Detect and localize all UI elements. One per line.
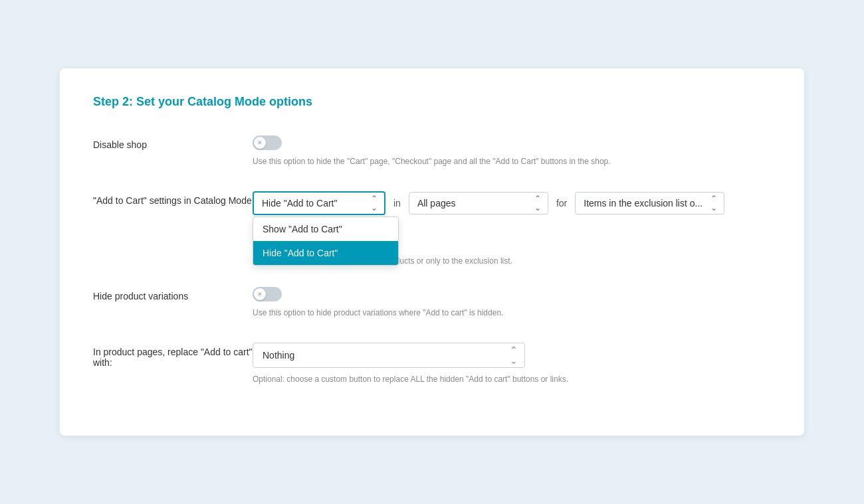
disable-shop-row: Disable shop ✕ Use this option to hide t… bbox=[93, 135, 771, 167]
replace-select-arrow: ⌃⌄ bbox=[510, 345, 518, 366]
primary-select-arrow: ⌃⌄ bbox=[371, 194, 378, 212]
hide-variations-help: Use this option to hide product variatio… bbox=[253, 307, 771, 319]
secondary-select[interactable]: All pages ⌃⌄ bbox=[409, 192, 548, 214]
disable-shop-toggle[interactable]: ✕ bbox=[253, 135, 282, 150]
dropdown-item-hide[interactable]: Hide "Add to Cart" bbox=[253, 241, 398, 265]
connector-in: in bbox=[393, 198, 401, 209]
add-to-cart-select-row: Hide "Add to Cart" ⌃⌄ Show "Add to Cart"… bbox=[253, 191, 771, 215]
secondary-select-wrapper: All pages ⌃⌄ bbox=[409, 192, 548, 214]
disable-shop-label: Disable shop bbox=[93, 135, 253, 150]
replace-help: Optional: choose a custom button to repl… bbox=[253, 373, 771, 385]
add-to-cart-row: "Add to Cart" settings in Catalog Mode H… bbox=[93, 191, 771, 267]
hide-variations-toggle[interactable]: ✕ bbox=[253, 287, 282, 301]
disable-shop-help: Use this option to hide the "Cart" page,… bbox=[253, 155, 771, 167]
replace-select[interactable]: Nothing ⌃⌄ bbox=[253, 343, 525, 368]
replace-add-to-cart-row: In product pages, replace "Add to cart" … bbox=[93, 343, 771, 385]
disable-shop-toggle-row: ✕ bbox=[253, 135, 771, 150]
replace-content: Nothing ⌃⌄ Optional: choose a custom but… bbox=[253, 343, 771, 385]
tertiary-select-wrapper: Items in the exclusion list o... ⌃⌄ bbox=[575, 192, 724, 214]
toggle-handle-2: ✕ bbox=[254, 288, 266, 300]
tertiary-select-arrow: ⌃⌄ bbox=[710, 194, 717, 212]
dropdown-item-show[interactable]: Show "Add to Cart" bbox=[253, 217, 398, 241]
primary-select-wrapper: Hide "Add to Cart" ⌃⌄ Show "Add to Cart"… bbox=[253, 191, 385, 215]
primary-dropdown-menu: Show "Add to Cart" Hide "Add to Cart" bbox=[253, 216, 399, 266]
add-to-cart-label: "Add to Cart" settings in Catalog Mode bbox=[93, 191, 253, 206]
secondary-select-arrow: ⌃⌄ bbox=[534, 194, 541, 212]
primary-select[interactable]: Hide "Add to Cart" ⌃⌄ bbox=[253, 191, 385, 215]
step-title: Step 2: Set your Catalog Mode options bbox=[93, 95, 771, 109]
hide-variations-toggle-row: ✕ bbox=[253, 287, 771, 301]
hide-variations-content: ✕ Use this option to hide product variat… bbox=[253, 287, 771, 319]
connector-for: for bbox=[556, 198, 567, 209]
add-to-cart-content: Hide "Add to Cart" ⌃⌄ Show "Add to Cart"… bbox=[253, 191, 771, 267]
settings-card: Step 2: Set your Catalog Mode options Di… bbox=[60, 68, 804, 436]
replace-label: In product pages, replace "Add to cart" … bbox=[93, 343, 253, 368]
secondary-select-value: All pages bbox=[417, 198, 456, 209]
tertiary-select-value: Items in the exclusion list o... bbox=[584, 198, 702, 209]
tertiary-select[interactable]: Items in the exclusion list o... ⌃⌄ bbox=[575, 192, 724, 214]
primary-select-value: Hide "Add to Cart" bbox=[262, 198, 337, 209]
hide-variations-row: Hide product variations ✕ Use this optio… bbox=[93, 287, 771, 319]
toggle-handle: ✕ bbox=[254, 137, 266, 149]
hide-variations-label: Hide product variations bbox=[93, 287, 253, 301]
replace-select-value: Nothing bbox=[263, 350, 294, 361]
disable-shop-content: ✕ Use this option to hide the "Cart" pag… bbox=[253, 135, 771, 167]
